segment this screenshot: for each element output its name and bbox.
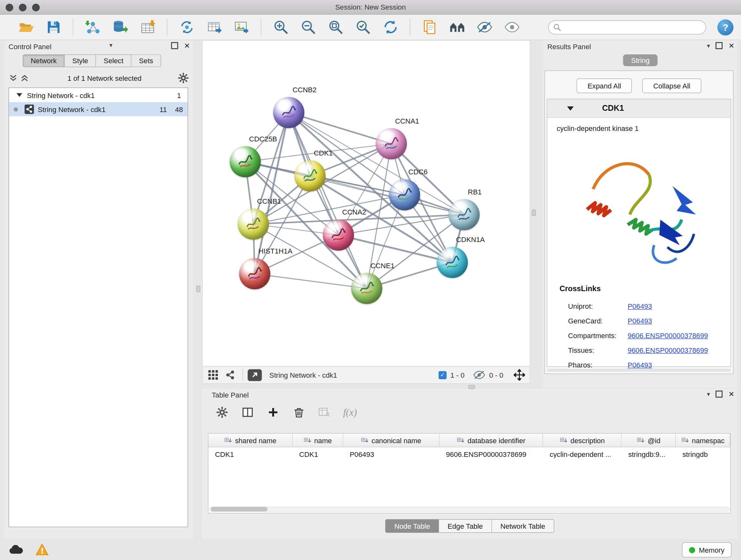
gear-icon[interactable] (178, 72, 189, 84)
float-panel-icon[interactable] (172, 42, 179, 49)
results-scrollbar[interactable] (547, 369, 731, 372)
tab-edge-table[interactable]: Edge Table (439, 519, 492, 533)
hidden-eye-slash-icon[interactable] (473, 370, 485, 380)
network-node-CCNB1[interactable] (238, 208, 269, 240)
expand-all-button[interactable]: Expand All (577, 78, 632, 93)
network-node-CCNA2[interactable] (323, 219, 354, 251)
splitter-handle[interactable] (468, 385, 475, 389)
network-row-selected[interactable]: String Network - cdk1 11 48 (9, 102, 188, 116)
warning-icon[interactable] (33, 543, 51, 556)
network-node-CCNB2[interactable] (273, 97, 305, 128)
table-settings-gear-icon[interactable] (215, 406, 228, 419)
tree-collapse-icon[interactable] (17, 93, 22, 97)
close-panel-icon[interactable]: ✕ (184, 42, 190, 49)
show-columns-icon[interactable] (241, 406, 254, 419)
scrollbar-thumb[interactable] (211, 507, 267, 512)
open-session-button[interactable] (17, 18, 36, 37)
column-header-database-identifier[interactable]: database identifier (440, 434, 543, 447)
selected-counts: 1 - 0 (450, 371, 464, 379)
network-collection-row[interactable]: String Network - cdk1 1 (9, 88, 188, 102)
collapse-all-button[interactable]: Collapse All (643, 78, 701, 93)
close-panel-icon[interactable]: ✕ (729, 390, 735, 397)
save-session-button[interactable] (44, 18, 63, 37)
help-button[interactable]: ? (718, 19, 733, 36)
network-canvas[interactable]: CCNB2CCNA1CDC25BCDK1CDC6RB1CCNB1CCNA2CDK… (203, 41, 530, 366)
splitter-handle[interactable] (532, 209, 536, 216)
splitter-handle[interactable] (196, 286, 200, 292)
pan-crosshair-icon[interactable] (514, 369, 525, 381)
new-table-button[interactable] (205, 18, 223, 37)
annotation-document-button[interactable] (420, 18, 439, 37)
network-node-CDC25B[interactable] (230, 146, 261, 178)
column-header-namespac[interactable]: namespac (676, 434, 730, 447)
function-builder-button[interactable]: f(x) (343, 407, 357, 418)
gene-header[interactable]: CDK1 (547, 99, 731, 118)
search-field[interactable] (548, 20, 706, 35)
crosslink-value-link[interactable]: 9606.ENSP00000378699 (628, 346, 708, 354)
search-input[interactable] (564, 23, 705, 32)
network-node-RB1[interactable] (448, 199, 480, 230)
crosslink-value-link[interactable]: P06493 (628, 361, 652, 369)
network-edge[interactable] (289, 112, 367, 288)
import-network-file-button[interactable] (83, 18, 102, 37)
network-edge[interactable] (255, 273, 367, 288)
network-node-CCNE1[interactable] (351, 273, 382, 304)
panel-menu-icon[interactable]: ▾ (707, 43, 710, 49)
network-edge[interactable] (310, 176, 452, 262)
birdseye-view-button[interactable] (248, 369, 262, 381)
gene-detail-box: CDK1 cyclin-dependent kinase 1 (547, 99, 731, 367)
network-share-icon[interactable] (224, 369, 236, 381)
clone-network-button[interactable] (177, 18, 196, 37)
delete-column-trash-icon[interactable] (292, 406, 305, 419)
panel-menu-icon[interactable]: ▾ (707, 391, 710, 397)
network-node-CDK1[interactable] (294, 160, 326, 192)
crosslink-value-link[interactable]: 9606.ENSP00000378699 (628, 331, 708, 339)
crosslink-value-link[interactable]: P06493 (628, 317, 652, 325)
zoom-fit-button[interactable] (326, 18, 345, 37)
network-edge[interactable] (289, 112, 391, 144)
zoom-in-button[interactable] (271, 18, 290, 37)
apply-layout-button[interactable] (381, 18, 400, 37)
memory-button[interactable]: Memory (682, 543, 732, 557)
network-node-CCNA1[interactable] (376, 128, 407, 159)
tab-sets[interactable]: Sets (131, 54, 161, 67)
zoom-selected-button[interactable] (354, 18, 373, 37)
column-header-description[interactable]: description (543, 434, 622, 447)
panel-menu-icon[interactable]: ▾ (110, 42, 113, 48)
selected-nodes-checkbox-icon[interactable]: ✓ (439, 371, 447, 379)
hide-selected-button[interactable] (475, 18, 494, 37)
tab-network-table[interactable]: Network Table (492, 519, 554, 533)
tab-network[interactable]: Network (23, 54, 65, 67)
import-network-database-button[interactable] (111, 18, 130, 37)
crosslink-value-link[interactable]: P06493 (628, 302, 652, 310)
float-panel-icon[interactable] (716, 42, 723, 49)
import-table-button[interactable] (138, 18, 157, 37)
table-toolbar: f(x) (215, 406, 357, 419)
tab-string[interactable]: String (623, 54, 657, 66)
zoom-out-button[interactable] (299, 18, 318, 37)
show-all-button[interactable] (502, 18, 521, 37)
first-neighbors-button[interactable] (448, 18, 466, 37)
column-header-canonical-name[interactable]: canonical name (343, 434, 440, 447)
close-panel-icon[interactable]: ✕ (729, 42, 735, 49)
column-header--id[interactable]: @id (622, 434, 676, 447)
collapse-all-icon[interactable] (9, 73, 18, 83)
network-node-CDC6[interactable] (389, 179, 420, 210)
export-image-button[interactable] (232, 18, 251, 37)
network-node-CDKN1A[interactable] (436, 247, 468, 278)
table-horizontal-scrollbar[interactable] (209, 506, 730, 512)
table-row[interactable]: CDK1CDK1P064939606.ENSP00000378699cyclin… (208, 447, 730, 460)
control-panel-title: Control Panel (9, 43, 52, 51)
network-node-HIST1H1A[interactable] (239, 258, 270, 290)
column-header-shared-name[interactable]: shared name (208, 434, 293, 447)
float-panel-icon[interactable] (716, 390, 723, 397)
expand-all-icon[interactable] (20, 73, 29, 83)
collapse-gene-icon[interactable] (567, 106, 574, 110)
tab-select[interactable]: Select (96, 54, 131, 67)
cloud-status-icon[interactable] (7, 543, 24, 556)
grid-view-icon[interactable] (207, 369, 219, 381)
add-column-icon[interactable] (266, 406, 280, 419)
tab-style[interactable]: Style (65, 54, 96, 67)
tab-node-table[interactable]: Node Table (386, 519, 439, 533)
column-header-name[interactable]: name (293, 434, 343, 447)
